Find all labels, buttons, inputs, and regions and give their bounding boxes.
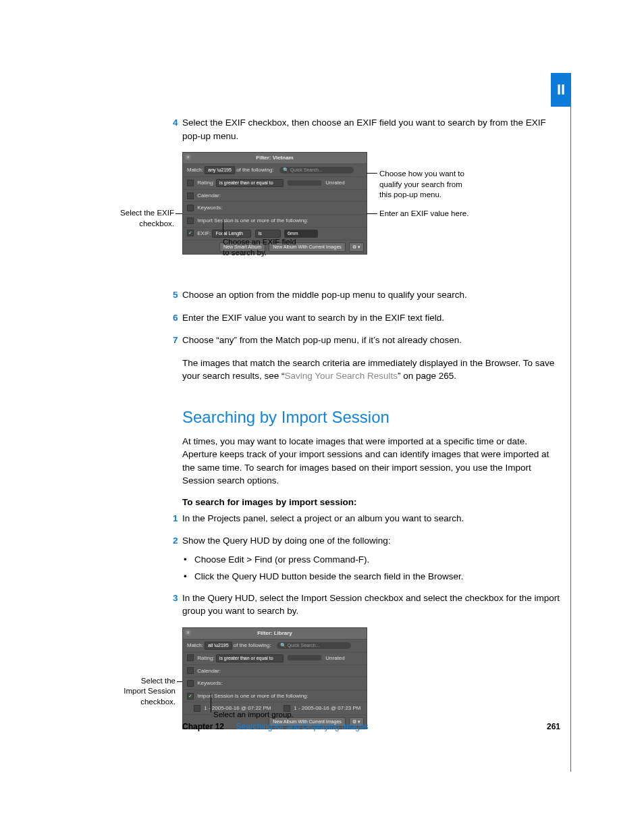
callout-exif-checkbox: Select the EXIF checkbox.: [84, 208, 174, 229]
page-content: 4 Select the EXIF checkbox, then choose …: [182, 0, 560, 735]
callout-line: [211, 694, 211, 712]
label-calendar: Calendar:: [197, 192, 221, 199]
step-5: 5 Choose an option from the middle pop-u…: [182, 288, 560, 302]
hud-titlebar: × Filter: Vietnam: [183, 153, 367, 163]
label-import-session: Import Session is one or more of the fol…: [197, 217, 308, 224]
bullet-item: •Choose Edit > Find (or press Command-F)…: [194, 553, 560, 567]
step-2: 2 Show the Query HUD by doing one of the…: [182, 534, 560, 548]
bullet-list: •Choose Edit > Find (or press Command-F)…: [194, 553, 560, 583]
bullet-item: •Click the Query HUD button beside the s…: [194, 570, 560, 583]
hud-title-text: Filter: Library: [257, 630, 292, 636]
bullet-dot: •: [184, 553, 187, 567]
label-keywords: Keywords:: [197, 205, 222, 211]
step-text: Select the EXIF checkbox, then choose an…: [182, 118, 546, 141]
step-number: 3: [173, 592, 178, 605]
label-import-session: Import Session is one or more of the fol…: [197, 693, 308, 699]
step-3: 3 In the Query HUD, select the Import Se…: [182, 592, 560, 618]
callout-qualify: Choose how you want to qualify your sear…: [379, 169, 464, 201]
step-text: Choose “any” from the Match pop-up menu,…: [182, 335, 462, 345]
hud-titlebar: × Filter: Library: [183, 628, 367, 639]
hud-match-row: Match: any \u2195 of the following: 🔍 Qu…: [183, 163, 367, 176]
match-popup[interactable]: any \u2195: [205, 166, 235, 174]
calendar-checkbox[interactable]: [187, 192, 194, 199]
hud-match-row: Match: all \u2195 of the following: 🔍 Qu…: [183, 639, 367, 652]
callout-import-session-checkbox: Select the Import Session checkbox.: [120, 676, 176, 708]
callout-line: [367, 173, 377, 174]
hud-calendar-row: Calendar:: [183, 189, 367, 202]
hud-rating-row: Rating: is greater than or equal to Unra…: [183, 176, 367, 189]
close-icon[interactable]: ×: [185, 154, 191, 160]
keywords-checkbox[interactable]: [187, 680, 194, 687]
chapter-title: Searching for and Displaying Images: [236, 722, 368, 731]
figure-filter-vietnam: Select the EXIF checkbox. × Filter: Viet…: [182, 152, 560, 273]
hud-import-row: Import Session is one or more of the fol…: [183, 214, 367, 227]
label-match: Match:: [187, 642, 203, 648]
step-text: Show the Query HUD by doing one of the f…: [182, 536, 390, 546]
label-rating: Rating:: [197, 180, 214, 186]
intro-paragraph: At times, you may want to locate images …: [182, 435, 560, 488]
heading-searching-by-import-session: Searching by Import Session: [182, 406, 560, 429]
page-footer: Chapter 12 Searching for and Displaying …: [182, 721, 560, 733]
procedure-subheading: To search for images by import session:: [182, 496, 560, 509]
hud-keywords-row: Keywords:: [183, 677, 367, 689]
label-of-the-following: of the following:: [234, 642, 271, 648]
hud-rating-row: Rating: is greater than or equal to Unra…: [183, 652, 367, 664]
figure-filter-library: Select the Import Session checkbox. × Fi…: [182, 627, 560, 735]
step-4: 4 Select the EXIF checkbox, then choose …: [182, 116, 560, 142]
import-session-checkbox[interactable]: ✓: [187, 693, 194, 700]
exif-qualifier-popup[interactable]: is: [255, 230, 281, 238]
match-popup[interactable]: all \u2195: [205, 642, 232, 650]
step-1: 1 In the Projects panel, select a projec…: [182, 512, 560, 525]
rating-slider[interactable]: [288, 655, 321, 660]
page-number: 261: [547, 721, 560, 733]
import-checkbox[interactable]: [187, 217, 194, 224]
label-of-the-following: of the following:: [236, 167, 274, 173]
label-unrated: Unrated: [325, 655, 344, 661]
rating-op-popup[interactable]: is greater than or equal to: [216, 179, 284, 187]
quick-search-field[interactable]: 🔍 Quick Search...: [277, 642, 351, 649]
step-text: Choose an option from the middle pop-up …: [182, 290, 467, 300]
calendar-checkbox[interactable]: [187, 667, 194, 674]
rating-checkbox[interactable]: [187, 180, 194, 186]
label-rating: Rating:: [197, 655, 214, 661]
step-number: 4: [173, 116, 178, 130]
step-number: 7: [173, 334, 178, 347]
bullet-dot: •: [184, 570, 187, 583]
rating-slider[interactable]: [288, 180, 321, 186]
session-label: 1 - 2005-08-16 @ 07:23 PM: [294, 705, 360, 711]
callout-import-group: Select an import group.: [213, 710, 294, 721]
session-checkbox[interactable]: [194, 705, 200, 712]
keywords-checkbox[interactable]: [187, 205, 194, 211]
link-saving-search-results[interactable]: Saving Your Search Results: [285, 371, 398, 381]
step-number: 2: [173, 534, 178, 548]
hud-keywords-row: Keywords:: [183, 201, 367, 214]
label-match: Match:: [187, 167, 203, 173]
callout-exif-value: Enter an EXIF value here.: [379, 209, 468, 219]
chapter-label: Chapter 12: [182, 722, 224, 731]
gear-menu-button[interactable]: ⚙ ▾: [349, 242, 364, 252]
step-number: 5: [173, 288, 178, 302]
label-calendar: Calendar:: [197, 668, 221, 674]
result-paragraph: The images that match the search criteri…: [182, 357, 560, 383]
step-6: 6 Enter the EXIF value you want to searc…: [182, 311, 560, 325]
hud-calendar-row: Calendar:: [183, 664, 367, 677]
hud-title-text: Filter: Vietnam: [256, 155, 293, 161]
quick-search-field[interactable]: 🔍 Quick Search...: [279, 167, 354, 174]
step-number: 6: [173, 311, 178, 325]
step-text: In the Projects panel, select a project …: [182, 513, 464, 523]
page-divider: [570, 107, 571, 772]
label-keywords: Keywords:: [197, 680, 222, 686]
rating-checkbox[interactable]: [187, 654, 194, 661]
step-number: 1: [173, 512, 178, 525]
close-icon[interactable]: ×: [185, 629, 191, 635]
exif-value-field[interactable]: 6mm: [284, 230, 318, 238]
callout-exif-field: Choose an EXIF field to search by.: [223, 237, 296, 258]
exif-field-popup[interactable]: Focal Length: [212, 230, 251, 238]
label-unrated: Unrated: [325, 180, 344, 186]
step-text: In the Query HUD, select the Import Sess…: [182, 593, 560, 617]
part-tab: II: [551, 73, 571, 107]
exif-checkbox[interactable]: ✓: [187, 230, 194, 236]
callout-line: [223, 219, 223, 236]
rating-op-popup[interactable]: is greater than or equal to: [216, 654, 284, 662]
label-exif: EXIF:: [197, 230, 211, 236]
